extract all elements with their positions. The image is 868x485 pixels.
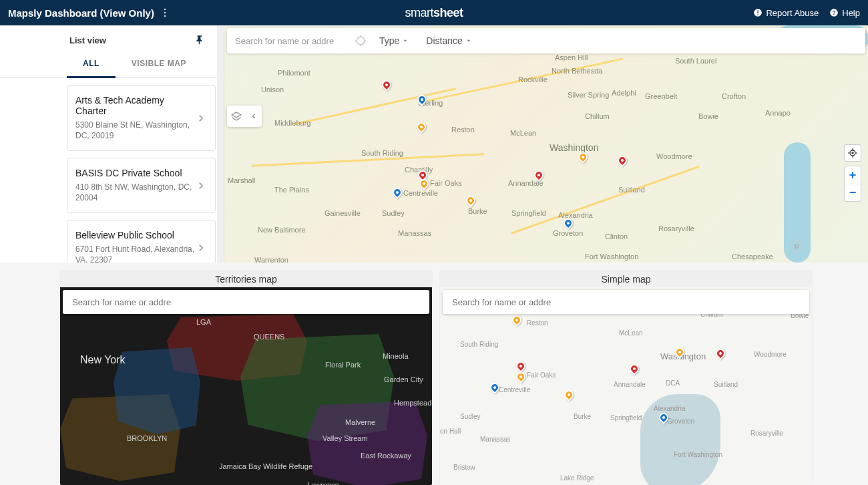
list-item-title: BASIS DC Private School (75, 168, 195, 178)
map-place-label: Floral Park (325, 361, 361, 369)
help-icon: ? (829, 8, 839, 17)
map-place-label: Manassas (480, 436, 511, 443)
search-input[interactable] (72, 297, 420, 307)
map-place-label: Rosaryville (658, 224, 694, 232)
map-place-label: Greenbelt (645, 92, 677, 100)
map-place-label: Groveton (667, 418, 694, 425)
map-place-label: Alexandria (654, 405, 685, 412)
panel-search-bar (63, 290, 429, 314)
scrollbar[interactable] (217, 25, 224, 263)
layers-control[interactable] (227, 106, 262, 127)
alert-icon (753, 8, 763, 17)
map-place-label: Suitland (618, 186, 645, 194)
map-marker[interactable] (512, 315, 521, 325)
map-place-label: Centreville (499, 386, 530, 393)
search-input[interactable] (235, 36, 347, 46)
map-marker[interactable] (534, 170, 544, 180)
map-marker[interactable] (417, 95, 427, 104)
map-place-label: Rockville (518, 75, 548, 84)
map-marker[interactable] (630, 364, 639, 373)
map-place-label: Philomont (278, 69, 310, 77)
tab-visible-map[interactable]: VISIBLE MAP (116, 51, 202, 77)
svg-point-0 (164, 9, 166, 11)
map-place-label: BROOKLYN (127, 434, 167, 442)
map-place-label: Annandale (614, 381, 646, 388)
main-map[interactable]: PhilomontUnisonSterlingRestonMiddleburgM… (224, 25, 868, 263)
crosshair-icon[interactable] (354, 34, 367, 47)
list-item[interactable]: Belleview Public School 6701 Fort Hunt R… (67, 220, 216, 263)
map-place-label: Burke (468, 207, 487, 215)
chevron-right-icon (195, 242, 207, 254)
map-place-label: Chesapeake (732, 253, 773, 261)
map-place-label: Jamaica Bay Wildlife Refuge (219, 462, 312, 470)
zoom-out-button[interactable]: − (845, 184, 861, 201)
map-place-label: Warrenton (254, 256, 288, 263)
territories-panel: Territories map New YorkLGAQUEENSFloral … (60, 271, 432, 485)
map-marker[interactable] (516, 372, 525, 381)
help-link[interactable]: ? Help (829, 8, 860, 18)
map-marker[interactable] (675, 347, 684, 357)
title-menu-button[interactable] (160, 7, 170, 18)
tab-all[interactable]: ALL (67, 51, 116, 78)
type-dropdown[interactable]: Type (374, 35, 414, 46)
map-marker[interactable] (466, 196, 475, 205)
map-place-label: South Laurel (675, 57, 716, 65)
list-item[interactable]: Arts & Tech Academy Charter 5300 Blaine … (67, 85, 216, 151)
locate-button[interactable] (844, 144, 861, 162)
map-marker[interactable] (417, 122, 426, 132)
map-place-label: LGA (196, 318, 211, 326)
map-marker[interactable] (716, 349, 725, 358)
map-place-label: Groveton (553, 229, 583, 237)
search-input[interactable] (452, 297, 800, 307)
map-place-label: Lake Ridge (560, 474, 594, 482)
map-place-label: Reston (451, 126, 475, 134)
map-place-label: on Hall (440, 428, 461, 435)
map-marker[interactable] (564, 218, 573, 228)
map-marker[interactable] (393, 188, 402, 197)
list-item[interactable]: BASIS DC Private School 410 8th St NW, W… (67, 158, 216, 213)
map-marker[interactable] (564, 390, 574, 399)
map-place-label: Washington (550, 142, 598, 153)
list-item-title: Arts & Tech Academy Charter (75, 95, 195, 116)
map-marker[interactable] (578, 152, 588, 162)
map-place-label: Crofton (722, 92, 746, 100)
gear-icon[interactable]: ⚙ (791, 240, 803, 252)
list-item-title: Belleview Public School (75, 230, 195, 240)
map-canvas[interactable]: PhilomontUnisonSterlingRestonMiddleburgM… (224, 25, 868, 263)
list-view-title: List view (69, 35, 106, 45)
map-place-label: The Plains (274, 186, 309, 194)
map-place-label: Hempstead (394, 399, 431, 407)
distance-dropdown[interactable]: Distance (421, 35, 477, 46)
map-place-label: South Riding (361, 149, 403, 157)
map-place-label: Chillum (585, 112, 610, 120)
brand-logo: smartsheet (405, 6, 463, 20)
map-place-label: DCA (666, 379, 680, 387)
map-marker[interactable] (419, 179, 429, 188)
territory-shape[interactable] (307, 401, 427, 485)
map-place-label: Mineola (383, 352, 409, 360)
map-place-label: Silver Spring (568, 91, 609, 99)
chevron-left-icon (250, 112, 258, 120)
map-place-label: Aspen Hill (555, 53, 588, 61)
simple-map[interactable]: RestonSouth RidingCentrevilleSudleyManas… (440, 287, 812, 485)
map-place-label: Lawrence (307, 481, 339, 485)
map-marker[interactable] (659, 413, 668, 422)
map-place-label: Fort Washington (674, 451, 722, 458)
zoom-in-button[interactable]: + (845, 166, 861, 184)
panel-title: Territories map (60, 271, 432, 287)
map-place-label: Manassas (398, 229, 431, 237)
map-place-label: New York (80, 354, 126, 366)
svg-text:?: ? (833, 10, 836, 16)
report-abuse-link[interactable]: Report Abuse (753, 8, 819, 18)
pin-icon[interactable] (194, 35, 205, 45)
territory-shape[interactable] (114, 347, 200, 434)
map-place-label: Sudley (460, 413, 481, 420)
map-place-label: Woodmore (754, 351, 787, 358)
territories-map[interactable]: New YorkLGAQUEENSFloral ParkMineolaGarde… (60, 287, 432, 485)
map-marker[interactable] (490, 383, 499, 392)
map-marker[interactable] (382, 80, 391, 90)
map-place-label: Springfield (511, 209, 546, 217)
map-marker[interactable] (516, 361, 525, 371)
map-marker[interactable] (618, 156, 627, 165)
svg-marker-14 (467, 40, 470, 42)
